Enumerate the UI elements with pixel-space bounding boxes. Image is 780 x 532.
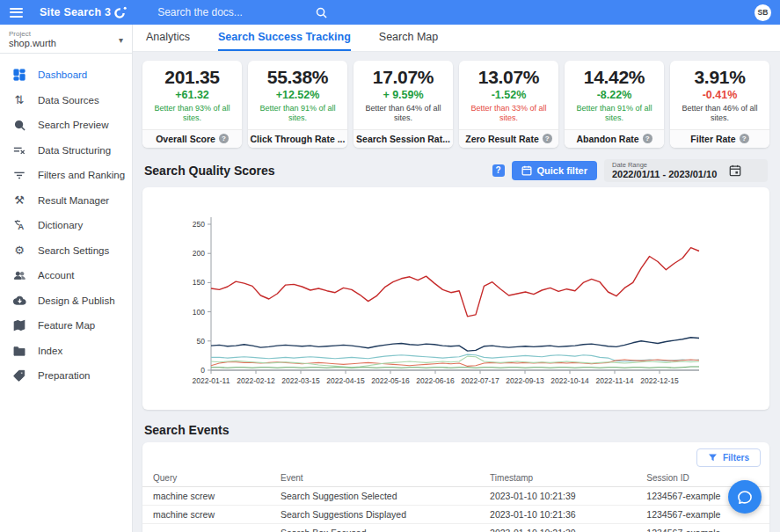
metric-note: Better than 91% of all sites. xyxy=(572,104,657,124)
docs-search-input[interactable] xyxy=(156,5,265,19)
cloud-download-icon xyxy=(12,294,26,308)
help-icon[interactable]: ? xyxy=(740,134,749,143)
main-content: Analytics Search Success Tracking Search… xyxy=(132,25,780,532)
sidebar-item-dashboard[interactable]: Dashboard xyxy=(0,62,132,88)
sidebar-item-dictionary[interactable]: A Dictionary xyxy=(0,213,132,238)
metric-card-abandon-rate: 14.42% -8.22% Better than 91% of all sit… xyxy=(565,61,664,148)
sidebar-item-index[interactable]: Index xyxy=(0,339,132,364)
svg-text:200: 200 xyxy=(193,249,205,258)
metric-card-zero-result-rate: 13.07% -1.52% Better than 33% of all sit… xyxy=(459,61,558,148)
svg-text:150: 150 xyxy=(193,278,205,287)
tab-analytics[interactable]: Analytics xyxy=(146,25,190,51)
date-range-picker[interactable]: Date Range 2022/01/11 - 2023/01/10 xyxy=(604,159,768,182)
metric-delta: +61.32 xyxy=(142,89,242,101)
search-events-table-card: Filters Query Event Timestamp Session ID… xyxy=(142,442,769,532)
col-timestamp: Timestamp xyxy=(479,470,636,486)
tools-icon: ⚒ xyxy=(12,193,26,208)
metric-label: Abandon Rate xyxy=(576,134,638,144)
metric-value: 201.35 xyxy=(142,67,242,88)
search-icon[interactable] xyxy=(316,7,327,18)
dashboard-icon xyxy=(12,68,26,82)
col-event: Event xyxy=(270,470,479,486)
caret-down-icon: ▾ xyxy=(119,35,123,45)
metric-value: 14.42% xyxy=(565,67,664,88)
project-label: Project xyxy=(9,30,56,38)
sidebar-item-filters-ranking[interactable]: Filters and Ranking xyxy=(0,163,132,188)
metric-note: Better than 64% of all sites. xyxy=(361,104,446,124)
metric-label: Overall Score xyxy=(156,134,215,144)
help-icon[interactable]: ? xyxy=(219,134,229,143)
filters-button[interactable]: Filters xyxy=(696,448,761,467)
sidebar-item-search-preview[interactable]: Search Preview xyxy=(0,113,132,138)
help-badge-icon[interactable]: ? xyxy=(492,164,505,177)
metric-delta: -8.22% xyxy=(565,89,664,101)
table-row[interactable]: machine screw Search Suggestion Selected… xyxy=(142,487,769,506)
svg-text:2022-04-15: 2022-04-15 xyxy=(326,376,365,385)
logo[interactable]: Site Search 3 xyxy=(40,6,128,18)
sidebar: Project shop.wurth ▾ Dashboard ⇅ Data So… xyxy=(0,25,133,532)
table-row[interactable]: machine screw Search Suggestions Display… xyxy=(142,506,769,524)
filter-icon xyxy=(12,168,26,182)
metric-value: 13.07% xyxy=(459,67,558,88)
metric-cards: 201.35 +61.32 Better than 93% of all sit… xyxy=(142,61,769,148)
logo-text: Site Search xyxy=(40,6,101,18)
help-icon[interactable]: ? xyxy=(643,134,652,143)
metric-delta: -1.52% xyxy=(459,89,558,101)
metric-delta: +12.52% xyxy=(248,89,347,101)
metric-label: Search Session Rat... xyxy=(356,134,450,144)
project-selector[interactable]: Project shop.wurth ▾ xyxy=(0,25,132,54)
date-range-value: 2022/01/11 - 2023/01/10 xyxy=(612,169,717,180)
sidebar-item-data-structuring[interactable]: Data Structuring xyxy=(0,138,132,164)
svg-text:2022-01-11: 2022-01-11 xyxy=(193,376,230,385)
svg-text:2022-11-14: 2022-11-14 xyxy=(596,376,634,385)
calendar-icon xyxy=(521,165,532,176)
sidebar-item-design-publish[interactable]: Design & Publish xyxy=(0,288,132,314)
svg-text:2022-12-15: 2022-12-15 xyxy=(640,376,679,385)
sidebar-item-feature-map[interactable]: Feature Map xyxy=(0,313,132,339)
metric-card-overall-score: 201.35 +61.32 Better than 93% of all sit… xyxy=(142,61,242,148)
svg-text:2022-09-13: 2022-09-13 xyxy=(506,376,544,385)
tag-icon xyxy=(12,368,26,383)
avatar[interactable]: SB xyxy=(754,4,771,21)
docs-search xyxy=(156,5,327,19)
tab-search-map[interactable]: Search Map xyxy=(379,25,438,51)
metric-label: Filter Rate xyxy=(690,134,735,144)
svg-text:50: 50 xyxy=(197,336,206,345)
chat-bubble-icon xyxy=(736,488,754,506)
svg-text:2022-03-15: 2022-03-15 xyxy=(281,376,320,385)
tab-search-success-tracking[interactable]: Search Success Tracking xyxy=(218,25,351,51)
sidebar-item-search-settings[interactable]: ⚙ Search Settings xyxy=(0,238,132,264)
svg-text:A: A xyxy=(18,222,24,232)
gear-icon: ⚙ xyxy=(12,244,26,258)
metric-delta: + 9.59% xyxy=(354,89,453,101)
metric-value: 17.07% xyxy=(354,67,453,88)
quality-scores-chart: 0501001502002502022-01-112022-02-122022-… xyxy=(142,187,769,410)
svg-text:2022-10-14: 2022-10-14 xyxy=(550,376,589,385)
section-title: Search Events xyxy=(144,423,230,437)
table-header: Query Event Timestamp Session ID xyxy=(142,470,769,487)
sidebar-item-result-manager[interactable]: ⚒ Result Manager xyxy=(0,188,132,214)
quality-section-header: Search Quality Scores ? Quick filter Dat… xyxy=(144,159,768,182)
data-structuring-icon xyxy=(12,143,26,157)
help-icon[interactable]: ? xyxy=(543,134,552,143)
table-row[interactable]: Search Box Focused 2023-01-10 10:21:30 1… xyxy=(142,524,769,532)
menu-icon[interactable] xyxy=(10,8,23,18)
metric-value: 55.38% xyxy=(248,67,347,88)
quick-filter-button[interactable]: Quick filter xyxy=(512,161,597,180)
sidebar-item-account[interactable]: Account xyxy=(0,263,132,288)
translate-icon: A xyxy=(12,218,26,232)
sidebar-item-preparation[interactable]: Preparation xyxy=(0,363,132,389)
data-sources-icon: ⇅ xyxy=(12,93,26,107)
tab-bar: Analytics Search Success Tracking Search… xyxy=(132,25,780,52)
metric-card-filter-rate: 3.91% -0.41% Better than 46% of all site… xyxy=(670,61,769,148)
sidebar-nav: Dashboard ⇅ Data Sources Search Preview … xyxy=(0,54,132,389)
section-title: Search Quality Scores xyxy=(144,164,275,178)
metric-card-click-through-rate: 55.38% +12.52% Better than 91% of all si… xyxy=(248,61,347,148)
svg-text:2022-07-17: 2022-07-17 xyxy=(461,376,499,385)
search-icon xyxy=(12,118,26,132)
metric-note: Better than 46% of all sites. xyxy=(677,104,762,124)
calendar-icon[interactable] xyxy=(729,164,741,177)
sidebar-item-data-sources[interactable]: ⇅ Data Sources xyxy=(0,88,132,113)
metric-delta: -0.41% xyxy=(670,89,769,101)
chat-button[interactable] xyxy=(728,480,762,514)
